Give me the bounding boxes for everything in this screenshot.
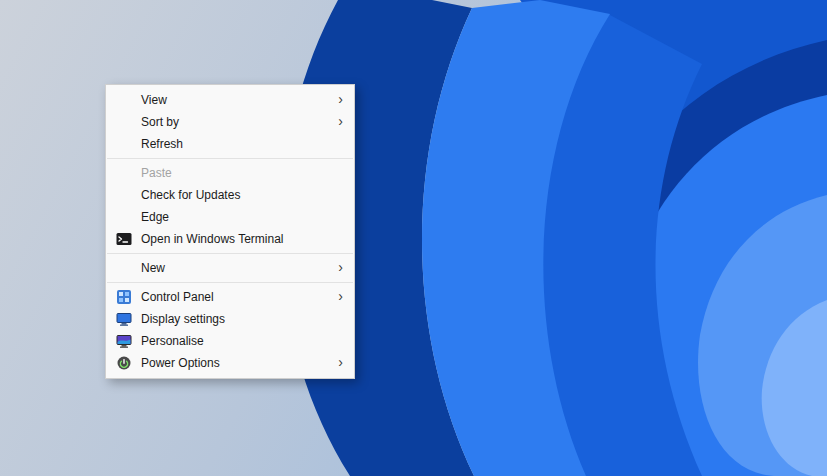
- menu-item-label: Edge: [141, 210, 169, 224]
- menu-item-label: Display settings: [141, 312, 225, 326]
- menu-item-label: Check for Updates: [141, 188, 240, 202]
- menu-item-edge[interactable]: Edge: [106, 206, 354, 228]
- menu-item-check-for-updates[interactable]: Check for Updates: [106, 184, 354, 206]
- menu-item-personalise[interactable]: Personalise: [106, 330, 354, 352]
- menu-item-label: Open in Windows Terminal: [141, 232, 284, 246]
- menu-item-label: New: [141, 261, 165, 275]
- menu-item-label: Refresh: [141, 137, 183, 151]
- menu-item-label: Paste: [141, 166, 172, 180]
- menu-item-paste: Paste: [106, 162, 354, 184]
- menu-item-new[interactable]: New ›: [106, 257, 354, 279]
- menu-item-control-panel[interactable]: Control Panel ›: [106, 286, 354, 308]
- menu-separator: [107, 158, 353, 159]
- power-icon: [116, 355, 132, 371]
- desktop-context-menu: View › Sort by › Refresh Paste Check for…: [105, 84, 355, 379]
- desktop: View › Sort by › Refresh Paste Check for…: [0, 0, 827, 476]
- submenu-chevron-icon: ›: [338, 257, 343, 279]
- menu-item-label: Personalise: [141, 334, 204, 348]
- menu-item-refresh[interactable]: Refresh: [106, 133, 354, 155]
- menu-separator: [107, 282, 353, 283]
- submenu-chevron-icon: ›: [338, 111, 343, 133]
- menu-separator: [107, 253, 353, 254]
- menu-item-label: Power Options: [141, 356, 220, 370]
- menu-item-view[interactable]: View ›: [106, 89, 354, 111]
- menu-item-label: Control Panel: [141, 290, 214, 304]
- terminal-icon: [116, 231, 132, 247]
- menu-item-power-options[interactable]: Power Options ›: [106, 352, 354, 374]
- menu-item-open-in-windows-terminal[interactable]: Open in Windows Terminal: [106, 228, 354, 250]
- menu-item-display-settings[interactable]: Display settings: [106, 308, 354, 330]
- display-icon: [116, 311, 132, 327]
- submenu-chevron-icon: ›: [338, 89, 343, 111]
- menu-item-sort-by[interactable]: Sort by ›: [106, 111, 354, 133]
- submenu-chevron-icon: ›: [338, 286, 343, 308]
- personalise-icon: [116, 333, 132, 349]
- menu-item-label: View: [141, 93, 167, 107]
- submenu-chevron-icon: ›: [338, 352, 343, 374]
- menu-item-label: Sort by: [141, 115, 179, 129]
- control-panel-icon: [116, 289, 132, 305]
